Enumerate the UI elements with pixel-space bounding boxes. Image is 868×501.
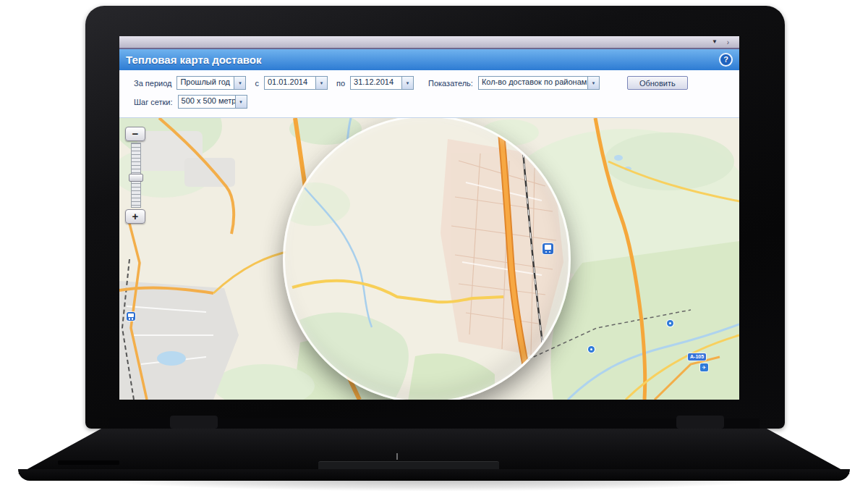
date-to-select[interactable]: 31.12.2014 ▼ <box>350 76 414 90</box>
to-label: по <box>336 79 345 88</box>
grid-step-select[interactable]: 500 x 500 метров ▼ <box>178 95 247 109</box>
tab-bar: ▼ › <box>119 36 739 49</box>
laptop-keyboard-deck <box>18 429 850 474</box>
period-label: За период <box>134 79 171 88</box>
poi-icon <box>588 346 595 353</box>
date-from-select[interactable]: 01.01.2014 ▼ <box>264 76 328 90</box>
chevron-down-icon: ▼ <box>587 77 599 89</box>
laptop-hinge-cap <box>170 416 218 429</box>
tab-overflow-button[interactable]: ▼ <box>712 38 718 45</box>
chevron-down-icon: ▼ <box>401 77 413 89</box>
airport-icon: ✈ <box>700 363 708 371</box>
railway-station-icon <box>127 312 135 321</box>
page-header: Тепловая карта доставок ? <box>119 49 739 70</box>
touchpad-notch <box>396 453 398 460</box>
chevron-down-icon: ▼ <box>315 77 327 89</box>
grid-step-label: Шаг сетки: <box>134 98 173 106</box>
poi-icon <box>667 320 673 327</box>
laptop-base-edge <box>18 469 850 481</box>
tab-more-icon[interactable]: › <box>727 38 729 46</box>
app-window: ▼ › Тепловая карта доставок ? За период … <box>119 36 739 400</box>
metric-select[interactable]: Кол-во доставок по районам ▼ <box>478 76 600 90</box>
refresh-button[interactable]: Обновить <box>627 76 688 90</box>
magnifier-lens <box>285 118 569 400</box>
lens-base-art <box>285 118 569 400</box>
help-icon[interactable]: ? <box>719 53 733 67</box>
railway-station-icon <box>542 243 553 254</box>
map-zoom-out-button[interactable]: − <box>125 127 145 141</box>
map-zoom-slider-thumb[interactable] <box>129 174 143 182</box>
laptop-lid: ▼ › Тепловая карта доставок ? За период … <box>85 6 785 429</box>
filter-toolbar: За период Прошлый год ▼ с 01.01.2014 ▼ п… <box>119 70 739 118</box>
scene: ▼ › Тепловая карта доставок ? За период … <box>0 0 868 501</box>
map-canvas[interactable]: А-105 ✈ <box>119 118 739 400</box>
map-zoom-slider[interactable] <box>131 143 141 208</box>
from-label: с <box>255 79 259 88</box>
period-select[interactable]: Прошлый год ▼ <box>176 76 246 90</box>
metric-label: Показатель: <box>428 79 473 88</box>
laptop-hinge-cap <box>676 416 724 429</box>
highway-badge: А-105 <box>688 353 706 361</box>
chevron-down-icon: ▼ <box>234 77 245 89</box>
chevron-down-icon: ▼ <box>235 96 247 108</box>
map-zoom-in-button[interactable]: + <box>125 209 145 224</box>
card-reader-slot <box>58 460 119 465</box>
map-zoom-control: − + <box>125 127 147 224</box>
page-title: Тепловая карта доставок <box>126 54 261 66</box>
